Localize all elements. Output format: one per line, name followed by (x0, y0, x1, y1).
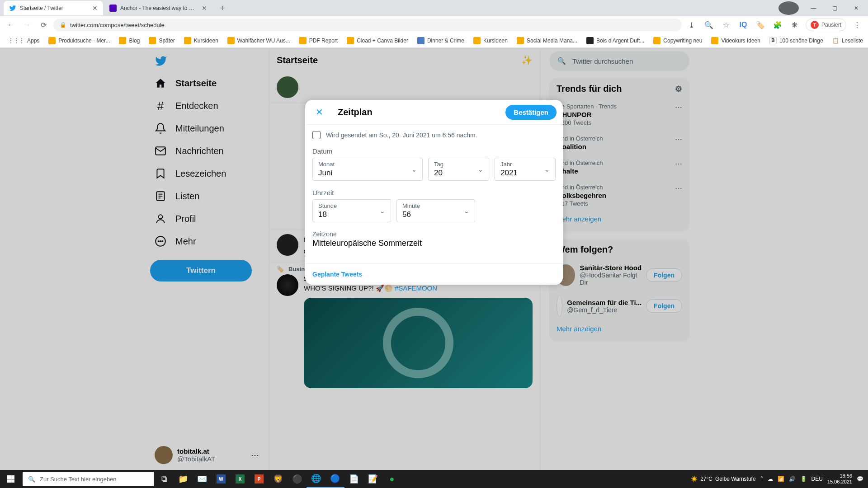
timezone-label: Zeitzone (312, 230, 556, 238)
forward-button[interactable]: → (21, 19, 33, 31)
bookmark-item[interactable]: Copywriting neu (650, 35, 706, 46)
weather-widget[interactable]: ☀️ 27°C Gelbe Warnstufe (691, 476, 755, 482)
site-icon: B (769, 37, 777, 44)
bookmark-item[interactable]: Wahlfächer WU Aus... (224, 35, 294, 46)
powerpoint-icon[interactable]: P (250, 470, 269, 488)
new-tab-button[interactable]: + (216, 2, 229, 14)
close-icon[interactable]: ✕ (92, 5, 98, 12)
modal-title: Zeitplan (338, 107, 495, 117)
windows-icon (7, 475, 14, 483)
hour-select[interactable]: Stunde 18 ⌄ (312, 199, 391, 222)
excel-icon[interactable]: X (231, 470, 250, 488)
folder-icon (299, 37, 307, 44)
address-bar[interactable]: 🔒 twitter.com/compose/tweet/schedule (53, 19, 682, 31)
close-button[interactable]: ✕ (311, 104, 327, 120)
start-button[interactable] (0, 470, 22, 488)
month-select[interactable]: Monat Juni ⌄ (312, 158, 423, 181)
folder-icon (653, 37, 660, 44)
bookmark-item[interactable]: Cload + Canva Bilder (343, 35, 412, 46)
close-icon[interactable]: ✕ (202, 5, 207, 12)
folder-icon (711, 37, 718, 44)
taskbar-search[interactable]: 🔍 Zur Suche Text hier eingeben (23, 472, 154, 486)
app-icon[interactable]: 📄 (344, 470, 363, 488)
minimize-button[interactable]: — (803, 1, 824, 15)
weather-icon: ☀️ (691, 476, 698, 482)
folder-icon (119, 37, 126, 44)
window-controls: — ▢ ✕ (778, 1, 868, 15)
menu-icon[interactable]: ⋮ (851, 19, 863, 31)
zoom-icon[interactable]: 🔍 (703, 19, 715, 31)
lock-icon: 🔒 (60, 22, 66, 28)
battery-icon[interactable]: 🔋 (800, 476, 807, 482)
notifications-icon[interactable]: 💬 (857, 476, 863, 482)
bookmark-item[interactable]: Blog (115, 35, 143, 46)
twitter-app: Startseite #Entdecken Mitteilungen Nachr… (0, 48, 868, 470)
anchor-icon (109, 5, 117, 12)
schedule-modal: ✕ Zeitplan Bestätigen Wird gesendet am S… (305, 100, 563, 285)
calendar-icon (312, 131, 321, 139)
explorer-icon[interactable]: 📁 (174, 470, 193, 488)
time-section-label: Uhrzeit (312, 189, 556, 197)
folder-icon (347, 37, 354, 44)
reload-button[interactable]: ⟳ (37, 19, 50, 31)
extensions-icon[interactable]: 🧩 (771, 19, 784, 31)
maximize-button[interactable]: ▢ (825, 1, 845, 15)
year-select[interactable]: Jahr 2021 ⌄ (495, 158, 556, 181)
task-view-icon[interactable]: ⧉ (155, 470, 174, 488)
bookmark-item[interactable]: Später (145, 35, 178, 46)
mail-icon[interactable]: ✉️ (193, 470, 212, 488)
bookmark-item[interactable]: Dinner & Crime (414, 35, 468, 46)
clock[interactable]: 18:56 15.06.2021 (827, 473, 852, 485)
brave-icon[interactable]: 🦁 (269, 470, 288, 488)
bookmark-item[interactable]: Kursideen (470, 35, 511, 46)
folder-icon (184, 37, 191, 44)
folder-icon (227, 37, 235, 44)
apps-button[interactable]: ⋮⋮⋮Apps (5, 36, 43, 46)
profile-paused-badge[interactable]: T Pausiert (806, 19, 846, 31)
minute-select[interactable]: Minute 56 ⌄ (396, 199, 475, 222)
back-button[interactable]: ← (5, 19, 17, 31)
confirm-button[interactable]: Bestätigen (505, 105, 557, 120)
bookmark-item[interactable]: Produktsuche - Mer... (45, 35, 113, 46)
reading-list-button[interactable]: 📋Leseliste (829, 36, 867, 46)
tray-chevron-icon[interactable]: ˄ (760, 476, 763, 482)
bookmark-item[interactable]: Videokurs Ideen (708, 35, 764, 46)
day-select[interactable]: Tag 20 ⌄ (428, 158, 489, 181)
network-icon[interactable]: 📶 (778, 476, 784, 482)
notepad-icon[interactable]: 📝 (363, 470, 382, 488)
bookmark-item[interactable]: Social Media Mana... (513, 35, 581, 46)
spotify-icon[interactable]: ● (382, 470, 401, 488)
edge-icon[interactable]: 🔵 (326, 470, 344, 488)
scheduled-tweets-link[interactable]: Geplante Tweets (312, 271, 362, 278)
browser-chrome: Startseite / Twitter ✕ Anchor - The easi… (0, 0, 868, 48)
browser-tab-active[interactable]: Startseite / Twitter ✕ (4, 1, 103, 15)
onedrive-icon[interactable]: ☁ (768, 476, 773, 482)
chevron-down-icon: ⌄ (544, 166, 550, 173)
extension-icon[interactable]: IQ (737, 19, 750, 31)
extension-icon[interactable]: 🏷️ (754, 19, 767, 31)
bookmark-item[interactable]: Bois d'Argent Duft... (583, 35, 648, 46)
chevron-down-icon: ⌄ (478, 166, 483, 173)
bookmark-item[interactable]: PDF Report (296, 35, 341, 46)
bookmark-item[interactable]: Kursideen (180, 35, 222, 46)
language-indicator[interactable]: DEU (811, 476, 823, 482)
bookmark-item[interactable]: B100 schöne Dinge (766, 35, 827, 46)
chrome-icon[interactable]: 🌐 (307, 470, 326, 488)
twitter-icon (9, 5, 16, 12)
tab-title: Startseite / Twitter (20, 5, 89, 11)
chrome-profile-icon[interactable] (778, 1, 799, 15)
browser-tab[interactable]: Anchor - The easiest way to mak... ✕ (104, 1, 212, 15)
volume-icon[interactable]: 🔊 (789, 476, 796, 482)
timezone-value: Mitteleuropäische Sommerzeit (312, 239, 556, 248)
tab-title: Anchor - The easiest way to mak... (120, 5, 198, 11)
star-icon[interactable]: ☆ (720, 19, 732, 31)
extension-area: ⤓ 🔍 ☆ IQ 🏷️ 🧩 ❋ T Pausiert ⋮ (685, 19, 863, 31)
obs-icon[interactable]: ⚫ (288, 470, 307, 488)
extension-icon[interactable]: ❋ (788, 19, 801, 31)
browser-toolbar: ← → ⟳ 🔒 twitter.com/compose/tweet/schedu… (0, 16, 868, 33)
install-icon[interactable]: ⤓ (685, 19, 698, 31)
folder-icon (473, 37, 481, 44)
close-window-button[interactable]: ✕ (846, 1, 866, 15)
word-icon[interactable]: W (212, 470, 231, 488)
site-icon (417, 37, 425, 44)
